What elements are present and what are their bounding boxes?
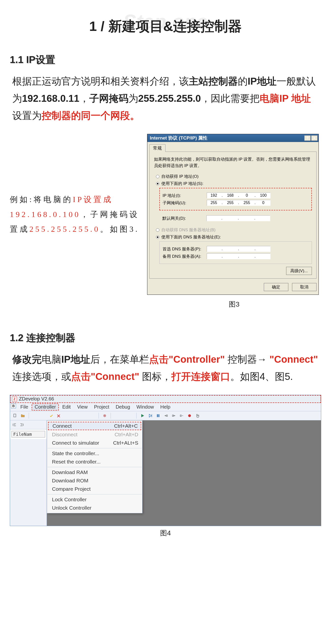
- section-1-2-heading: 1.2 连接控制器: [10, 331, 321, 344]
- gateway-label: 默认网关(D):: [162, 216, 206, 221]
- svg-rect-0: [14, 414, 16, 417]
- controller-dropdown: ConnectCtrl+Alt+CDisconnectCtrl+Alt+DCon…: [47, 420, 142, 513]
- menu-item-reset-the-controller-[interactable]: Reset the controller...: [47, 458, 142, 466]
- svg-rect-7: [172, 415, 174, 416]
- dns-fields-group: 首选 DNS 服务器(P): ... 备用 DNS 服务器(A): ...: [159, 241, 312, 264]
- svg-rect-6: [166, 415, 168, 416]
- menu-item-connect-to-simulator[interactable]: Connect to simulatorCtrl+ALt+S: [47, 439, 142, 447]
- dialog-title-text: Internet 协议 (TCP/IP) 属性: [150, 135, 208, 141]
- menu-controller[interactable]: Controller: [32, 404, 59, 410]
- menu-help[interactable]: Help: [158, 404, 173, 410]
- zdevelop-titlebar: Z ZDevelop V2.66: [10, 395, 321, 403]
- section-1-2-body: 修改完电脑IP地址后，在菜单栏点击"Controller" 控制器→ "Conn…: [12, 351, 319, 385]
- dns1-label: 首选 DNS 服务器(P):: [162, 246, 207, 252]
- menu-item-lock-controller[interactable]: Lock Controller: [47, 496, 142, 504]
- connect-icon[interactable]: [48, 413, 54, 419]
- dialog-description: 如果网络支持此功能，则可以获取自动指派的 IP 设置。否则，您需要从网络系统管理…: [154, 156, 312, 169]
- dns2-label: 备用 DNS 服务器(A):: [162, 254, 207, 259]
- menu-bar: B File Controller Edit View Project Debu…: [10, 403, 321, 411]
- header-title: 1 / 新建项目&连接控制器: [10, 17, 321, 36]
- figure-3-row: 例如:将电脑的IP设置成192.168.0.100，子网掩码设置成255.255…: [10, 134, 321, 295]
- cancel-button[interactable]: 取消: [292, 283, 316, 291]
- radio-use-dns[interactable]: 使用下面的 DNS 服务器地址(E):: [156, 234, 312, 240]
- radio-use-ip[interactable]: 使用下面的 IP 地址(S):: [156, 181, 312, 186]
- bold-icon[interactable]: B: [11, 404, 16, 408]
- target-icon[interactable]: [102, 413, 108, 418]
- radio-unchecked-icon: [156, 228, 159, 232]
- radio-unchecked-icon: [156, 175, 159, 178]
- page-header: Step one 1 / 新建项目&连接控制器: [10, 17, 321, 36]
- menu-item-state-the-controller-[interactable]: State the controller...: [47, 449, 142, 458]
- section-1-1-body: 根据正运动官方说明和相关资料介绍，该主站控制器的IP地址一般默认为192.168…: [12, 72, 319, 124]
- menu-item-connect[interactable]: ConnectCtrl+Alt+C: [48, 422, 141, 430]
- disconnect-icon[interactable]: [56, 413, 62, 419]
- dns2-input[interactable]: ...: [207, 253, 270, 259]
- radio-checked-icon: [156, 236, 159, 239]
- app-title-text: ZDevelop V2.66: [19, 396, 54, 402]
- menu-view[interactable]: View: [74, 404, 90, 410]
- zdevelop-window: Z ZDevelop V2.66 B File Controller Edit …: [10, 395, 321, 526]
- menu-item-unlock-controller[interactable]: Unlock Controller: [47, 504, 142, 512]
- open-folder-icon[interactable]: [20, 413, 26, 418]
- advanced-button[interactable]: 高级(V)...: [286, 267, 312, 275]
- subnet-mask-input[interactable]: 255. 255. 255. 0: [207, 200, 270, 206]
- svg-point-9: [188, 414, 191, 417]
- figure-3-side-caption: 例如:将电脑的IP设置成192.168.0.100，子网掩码设置成255.255…: [10, 192, 140, 237]
- close-icon[interactable]: ×: [311, 135, 318, 141]
- tab-general[interactable]: 常规: [149, 144, 166, 152]
- figure-3-caption: 图3: [147, 300, 321, 309]
- menu-item-download-ram[interactable]: Download RAM: [47, 468, 142, 476]
- menu-edit[interactable]: Edit: [59, 404, 74, 410]
- tcpip-dialog: Internet 协议 (TCP/IP) 属性 ? × 常规 如果网络支持此功能…: [147, 134, 319, 295]
- dns1-input[interactable]: ...: [207, 246, 270, 252]
- menu-item-disconnect: DisconnectCtrl+Alt+D: [47, 430, 142, 439]
- radio-auto-ip[interactable]: 自动获得 IP 地址(O): [156, 174, 312, 179]
- ip-fields-group: IP 地址(I): 192. 168. 0. 100 子网掩码(U): 255.…: [159, 188, 312, 210]
- svg-rect-8: [180, 415, 182, 416]
- subnet-mask-label: 子网掩码(U):: [162, 200, 207, 206]
- radio-auto-dns: 自动获得 DNS 服务器地址(B): [156, 227, 312, 233]
- menu-item-download-rom[interactable]: Download ROM: [47, 476, 142, 485]
- section-1-1-heading: 1.1 IP设置: [10, 53, 321, 66]
- figure-4-caption: 图4: [10, 528, 321, 538]
- dialog-titlebar: Internet 协议 (TCP/IP) 属性 ? ×: [147, 134, 318, 142]
- menu-debug[interactable]: Debug: [113, 404, 133, 410]
- hand-icon[interactable]: [194, 413, 200, 418]
- step-icon[interactable]: [179, 413, 184, 418]
- step-over-icon[interactable]: [147, 413, 153, 418]
- ip-address-label: IP 地址(I):: [162, 193, 207, 198]
- step-into-icon[interactable]: [163, 413, 169, 418]
- gateway-input[interactable]: . . .: [206, 215, 270, 221]
- menu-item-compare-project[interactable]: Compare Project: [47, 485, 142, 493]
- pause-icon[interactable]: [155, 413, 161, 418]
- file-column-header: FileNam: [12, 431, 45, 438]
- ok-button[interactable]: 确定: [264, 283, 288, 291]
- align-right-icon[interactable]: [19, 422, 25, 428]
- app-icon: Z: [12, 396, 17, 402]
- svg-rect-5: [159, 414, 159, 417]
- help-icon[interactable]: ?: [304, 135, 311, 141]
- run-icon[interactable]: [140, 413, 146, 418]
- svg-rect-4: [157, 414, 158, 417]
- record-icon[interactable]: [186, 413, 192, 418]
- align-left-icon[interactable]: [12, 422, 18, 428]
- menu-project[interactable]: Project: [91, 404, 112, 410]
- new-file-icon[interactable]: [12, 413, 18, 418]
- step-out-icon[interactable]: [171, 413, 177, 418]
- svg-point-2: [104, 416, 105, 416]
- radio-checked-icon: [156, 182, 159, 186]
- menu-window[interactable]: Window: [134, 404, 157, 410]
- ip-address-input[interactable]: 192. 168. 0. 100: [207, 192, 270, 198]
- menu-file[interactable]: File: [18, 404, 31, 410]
